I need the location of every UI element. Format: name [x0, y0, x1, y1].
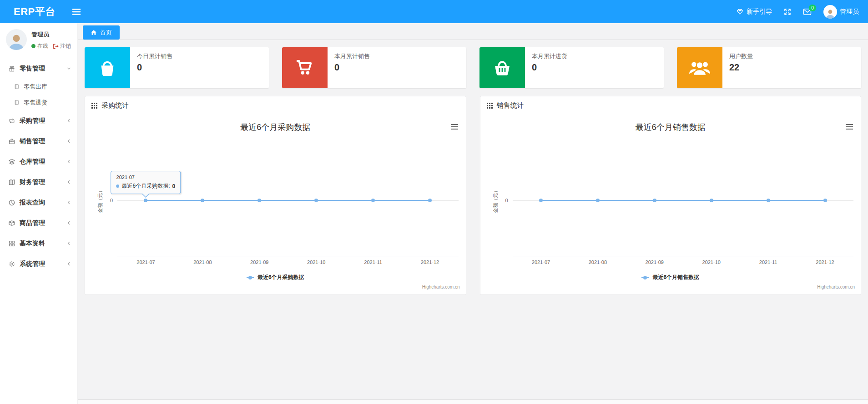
data-point-marker[interactable]	[710, 199, 713, 202]
sidebar-toggle-button[interactable]	[72, 8, 81, 15]
sidebar-item-warehouse-management[interactable]: 仓库管理	[0, 151, 77, 172]
x-axis-label: 2021-12	[816, 259, 834, 265]
data-point-marker[interactable]	[371, 199, 375, 202]
tab-bar: 首页	[78, 23, 868, 40]
fullscreen-icon	[784, 8, 791, 15]
highcharts-credit-link[interactable]: Highcharts.com.cn	[422, 284, 460, 289]
sidebar-item-product-management[interactable]: 商品管理	[0, 213, 77, 233]
sidebar-item-report-query[interactable]: 报表查询	[0, 192, 77, 213]
tooltip-series-label: 最近6个月采购数据:	[122, 182, 170, 190]
online-status-dot	[31, 44, 35, 48]
stat-label: 今日累计销售	[137, 52, 172, 60]
tab-home[interactable]: 首页	[83, 25, 120, 40]
y-axis-tick: 0	[110, 198, 113, 203]
sidebar-item-finance-management[interactable]: 财务管理	[0, 172, 77, 192]
guide-button[interactable]: 新手引导	[736, 8, 772, 16]
x-axis-label: 2021-11	[759, 259, 777, 265]
menu-label: 零售出库	[24, 83, 47, 91]
data-point-marker[interactable]	[823, 199, 827, 202]
app-logo: ERP平台	[14, 5, 56, 19]
chevron-left-icon	[66, 220, 71, 225]
home-icon	[91, 30, 97, 35]
legend-marker-icon	[247, 276, 254, 279]
stat-label: 本月累计进货	[532, 52, 567, 60]
menu-label: 销售管理	[20, 137, 45, 145]
person-icon	[7, 32, 25, 50]
x-axis-label: 2021-08	[589, 259, 607, 265]
sidebar-item-retail-management[interactable]: 零售管理	[0, 58, 77, 79]
cart-icon	[282, 47, 328, 88]
menu-label: 采购管理	[20, 117, 45, 125]
pie-clock-icon	[8, 199, 15, 206]
document-icon	[14, 100, 20, 106]
data-point-marker[interactable]	[767, 199, 770, 202]
x-axis-label: 2021-10	[307, 259, 325, 265]
stat-label: 本月累计销售	[334, 52, 370, 60]
data-point-marker[interactable]	[539, 199, 543, 202]
series-line	[541, 200, 825, 201]
sidebar-item-retail-return[interactable]: 零售退货	[0, 95, 77, 110]
sidebar-item-retail-outbound[interactable]: 零售出库	[0, 79, 77, 95]
grid-dots-icon	[487, 103, 493, 109]
y-axis-title: 金额（元）	[97, 188, 104, 213]
chevron-down-icon	[66, 66, 71, 71]
logout-icon	[53, 44, 59, 49]
legend-label: 最近6个月采购数据	[257, 274, 304, 281]
highcharts-credit-link[interactable]: Highcharts.com.cn	[817, 284, 855, 289]
sidebar-user-name: 管理员	[31, 30, 71, 39]
sidebar: 管理员 在线 注销 零售管理	[0, 23, 77, 404]
avatar	[6, 29, 27, 50]
purchase-chart: 最近6个月采购数据 0 金额（元） 2021-07 最近6个月采购数据: 0	[85, 115, 466, 294]
data-point-marker[interactable]	[596, 199, 600, 202]
sidebar-item-sales-management[interactable]: 销售管理	[0, 131, 77, 151]
gear-icon	[8, 260, 15, 268]
tab-label: 首页	[100, 29, 112, 37]
guide-label: 新手引导	[747, 8, 772, 16]
messages-count-badge: 0	[809, 5, 816, 11]
x-axis-label: 2021-09	[250, 259, 268, 265]
data-point-marker[interactable]	[428, 199, 432, 202]
user-menu[interactable]: 管理员	[823, 5, 859, 19]
menu-label: 系统管理	[20, 260, 45, 268]
stat-label: 用户数量	[729, 52, 753, 60]
sidebar-item-purchase-management[interactable]: 采购管理	[0, 110, 77, 131]
online-status-label: 在线	[37, 42, 48, 50]
data-point-marker[interactable]	[201, 199, 204, 202]
gift-icon	[8, 65, 15, 72]
legend-item[interactable]: 最近6个月销售数据	[480, 274, 861, 281]
menu-label: 仓库管理	[20, 158, 45, 166]
main-content: 首页 今日累计销售 0 本月累计销	[78, 23, 868, 404]
stat-value: 0	[334, 62, 370, 73]
sidebar-item-basic-data[interactable]: 基本资料	[0, 233, 77, 254]
chevron-left-icon	[66, 159, 71, 164]
y-axis-title: 金额（元）	[492, 188, 499, 213]
data-point-marker[interactable]	[314, 199, 318, 202]
plot-area: 0 金额（元） 2021-072021-082021-092021-102021…	[513, 115, 854, 256]
series-dot-icon	[116, 185, 120, 188]
legend-item[interactable]: 最近6个月采购数据	[85, 274, 466, 281]
data-point-marker[interactable]	[144, 199, 147, 202]
layers-icon	[8, 158, 15, 165]
fullscreen-button[interactable]	[784, 8, 791, 15]
chevron-left-icon	[66, 261, 71, 266]
sidebar-menu: 零售管理 零售出库 零售退货 采购管理	[0, 58, 77, 274]
x-axis-label: 2021-11	[364, 259, 382, 265]
plot-area: 0 金额（元） 2021-07 最近6个月采购数据: 0 2021-072021…	[117, 115, 459, 256]
box-icon	[8, 219, 15, 227]
sidebar-item-system-management[interactable]: 系统管理	[0, 254, 77, 274]
tooltip-date: 2021-07	[116, 175, 176, 180]
messages-button[interactable]: 0	[803, 8, 812, 15]
chevron-left-icon	[66, 139, 71, 144]
data-point-marker[interactable]	[257, 199, 261, 202]
chart-tooltip: 2021-07 最近6个月采购数据: 0	[111, 171, 181, 194]
x-axis-label: 2021-10	[702, 259, 721, 265]
x-axis-label: 2021-07	[136, 259, 155, 265]
data-point-marker[interactable]	[653, 199, 656, 202]
stat-cards-row: 今日累计销售 0 本月累计销售 0	[85, 47, 861, 88]
grid-icon	[8, 240, 15, 247]
shopping-bag-icon	[85, 47, 130, 88]
logout-link[interactable]: 注销	[53, 42, 71, 50]
stat-value: 0	[532, 62, 567, 73]
stat-card-month-sales: 本月累计销售 0	[282, 47, 466, 88]
briefcase-icon	[8, 138, 15, 145]
